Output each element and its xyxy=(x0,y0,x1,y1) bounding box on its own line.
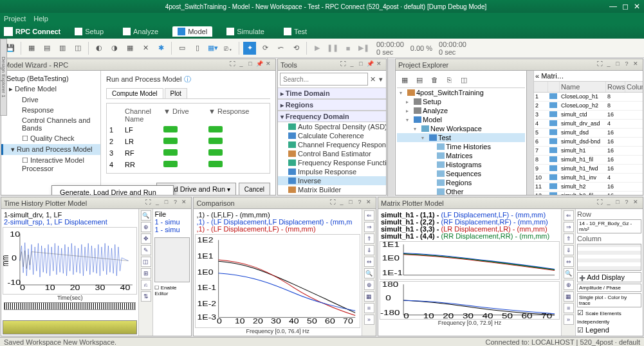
tree-node[interactable]: Sequences xyxy=(397,169,525,178)
pause-icon[interactable]: ❚❚ xyxy=(326,42,339,55)
matrix-row[interactable]: 4simult_drv_asd4 xyxy=(534,120,643,129)
overview-strip-2[interactable] xyxy=(3,320,137,334)
tab-test[interactable]: Test xyxy=(279,26,312,37)
matrix-grid-selector[interactable] xyxy=(577,244,641,271)
tool-icon[interactable]: ✕ xyxy=(139,42,152,55)
plot-area-amplitude[interactable]: 1E11E01E-1 xyxy=(380,241,560,280)
tree-group[interactable]: ▸ Regions xyxy=(278,99,386,111)
matrix-row[interactable]: 9simult_h1_fwd16 xyxy=(534,165,643,174)
nav-item[interactable]: Control Channels and Bands xyxy=(1,115,100,133)
nav-item[interactable]: ☐ Quality Check xyxy=(1,133,100,144)
matrix-row[interactable]: 7simult_h116 xyxy=(534,147,643,156)
panel-expand-icon[interactable]: ⛶ xyxy=(228,60,237,69)
nav-left-icon[interactable]: ⇐ xyxy=(364,210,374,221)
thumbnail[interactable] xyxy=(154,237,190,282)
plot-area[interactable]: 1E21E11E01E-11E-21E-3 010203040506070 xyxy=(195,234,360,328)
plot-style-select[interactable]: Single plot - Color by trace xyxy=(577,293,641,307)
tree-node[interactable]: Time Histories xyxy=(397,142,525,151)
zoom-icon[interactable]: 🔍 xyxy=(564,268,574,278)
tool-item[interactable]: Impulse Response xyxy=(278,167,386,176)
tool-item[interactable]: Matrix Editor xyxy=(278,194,386,195)
tree-group[interactable]: ▾ Frequency Domain xyxy=(278,111,386,122)
tool-item[interactable]: Channel Frequency Response F… xyxy=(278,140,386,149)
tools-search-input[interactable] xyxy=(280,73,368,86)
tree-node[interactable]: Other xyxy=(397,187,525,195)
cancel-button[interactable]: Cancel xyxy=(239,183,270,195)
tree-node[interactable]: ▾Model xyxy=(397,115,525,124)
panel-pin-icon[interactable]: 📌 xyxy=(365,60,374,69)
tool-icon[interactable]: ▦▾ xyxy=(207,42,219,55)
panel-min-icon[interactable]: _ xyxy=(237,60,246,69)
tab-setup[interactable]: Setup xyxy=(69,26,109,37)
minimize-icon[interactable]: — xyxy=(609,2,617,11)
tree-node[interactable]: Matrices xyxy=(397,151,525,160)
tree-node[interactable]: ▾New Workspace xyxy=(397,124,525,133)
nav-item-selected[interactable]: ▾ Run and Process Model xyxy=(1,144,100,155)
matrix-row[interactable]: 10simult_h1_inv4 xyxy=(534,174,643,183)
tool-icon[interactable]: ◐ xyxy=(93,42,106,55)
close-icon[interactable]: ✕ xyxy=(634,2,640,11)
plot-area[interactable]: 100-10 010203040 mm xyxy=(3,227,137,295)
tab-analyze[interactable]: Analyze xyxy=(118,26,163,37)
tool-icon[interactable]: ▤ xyxy=(41,42,53,55)
nav-item[interactable]: Drive xyxy=(1,95,100,105)
tool-icon[interactable]: ◫ xyxy=(71,42,84,55)
tool-icon[interactable]: ◑ xyxy=(108,42,121,55)
matrix-row[interactable]: 3simult_ctd16 xyxy=(534,111,643,120)
tool-icon[interactable]: ▯ xyxy=(191,42,204,55)
tool-item[interactable]: Matrix Builder xyxy=(278,185,386,194)
matrix-row[interactable]: 5simult_dsd16 xyxy=(534,129,643,138)
stop-icon[interactable]: ■ xyxy=(342,42,354,55)
maximize-icon[interactable]: ◻ xyxy=(622,2,629,11)
tree-node[interactable]: ▾Test xyxy=(397,133,525,142)
menu-item[interactable]: Generate, Load Drive and Run xyxy=(52,186,173,195)
zoom-icon[interactable]: 🔍 xyxy=(364,268,374,278)
nav-item[interactable]: ▸ Define Model xyxy=(1,84,100,95)
tree-node[interactable]: Histograms xyxy=(397,160,525,169)
panel-expand-icon[interactable]: ⛶ xyxy=(338,60,347,69)
matrix-row[interactable]: 8simult_h1_fil16 xyxy=(534,156,643,165)
subtab-compute[interactable]: Compute Model xyxy=(106,88,163,98)
tool-icon[interactable]: ▭ xyxy=(176,42,189,55)
zoom-icon[interactable]: 🔍 xyxy=(141,210,151,221)
tree-node[interactable]: ▾4post_SwitchTraining xyxy=(397,88,525,97)
panel-max-icon[interactable]: □ xyxy=(246,60,255,69)
splitter[interactable] xyxy=(526,71,533,195)
subtab-plot[interactable]: Plot xyxy=(165,88,187,98)
row-select[interactable]: 14 - 10_FR_Body_Gz - m/s² xyxy=(577,219,641,233)
tool-item[interactable]: Auto Spectral Density (ASD) Pr… xyxy=(278,122,386,131)
search-clear-icon[interactable]: ✕ xyxy=(369,73,376,86)
channel-row[interactable]: 1LF xyxy=(109,124,267,136)
tab-simulate[interactable]: Simulate xyxy=(221,26,270,37)
overview-strip[interactable] xyxy=(4,302,136,310)
tool-item[interactable]: Frequency Response Function xyxy=(278,158,386,167)
add-display-button[interactable]: ➕ Add Display xyxy=(577,272,641,282)
compass-icon[interactable]: ✦ xyxy=(243,42,256,55)
tool-icon[interactable]: ✱ xyxy=(154,42,167,55)
nav-item[interactable]: Response xyxy=(1,105,100,115)
tool-icon[interactable]: ▦ xyxy=(124,42,136,55)
matrix-row[interactable]: 11simult_h216 xyxy=(534,183,643,192)
search-opts-icon[interactable]: ▾ xyxy=(378,73,384,86)
tool-icon[interactable]: ⤺ xyxy=(274,42,287,55)
matrix-row[interactable]: 6simult_dsd-bnd16 xyxy=(534,138,643,147)
tree-tool-icon[interactable]: ▦ xyxy=(398,73,411,86)
channel-row[interactable]: 4RR xyxy=(109,159,267,170)
panel-close-icon[interactable]: ✕ xyxy=(264,60,273,69)
panel-pin-icon[interactable]: 📌 xyxy=(255,60,264,69)
tool-item[interactable]: Inverse xyxy=(278,176,386,185)
legend-checkbox[interactable]: ☑ Legend xyxy=(577,326,641,334)
tool-icon[interactable]: ⟳ xyxy=(259,42,271,55)
tool-icon[interactable]: ▥ xyxy=(56,42,69,55)
tree-node[interactable]: ▸Setup xyxy=(397,97,525,106)
tool-item[interactable]: Control Band Estimator xyxy=(278,149,386,158)
matrix-row[interactable]: 12simult_h2_fil16 xyxy=(534,192,643,195)
menu-project[interactable]: Project xyxy=(4,15,26,23)
plot-area-phase[interactable]: 1800-180 010203040506070 xyxy=(380,281,560,320)
scale-checkbox[interactable]: ☑ Scale Elements Independently xyxy=(577,309,641,325)
display-mode-select[interactable]: Amplitude / Phase xyxy=(577,284,641,292)
matrix-row[interactable]: 2CloseLoop_h28 xyxy=(534,102,643,111)
tree-group[interactable]: ▸ Time Domain xyxy=(278,87,386,99)
tool-icon[interactable]: ⟲ xyxy=(290,42,302,55)
channel-row[interactable]: 3RF xyxy=(109,147,267,159)
